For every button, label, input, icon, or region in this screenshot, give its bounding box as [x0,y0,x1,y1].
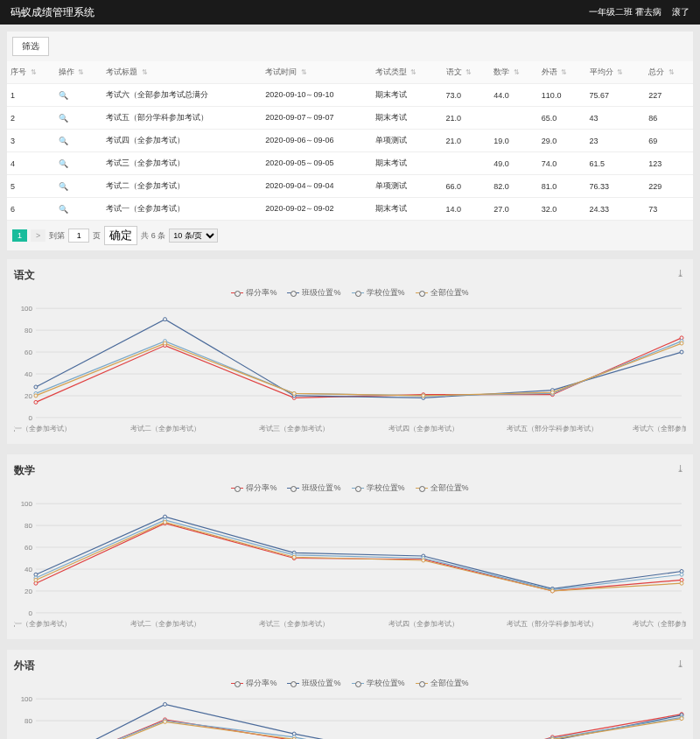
svg-text:考试六（全部参加考试总满分不: 考试六（全部参加考试总满分不 [633,620,686,628]
legend-item[interactable]: 班级位置% [287,482,340,494]
cell-idx: 1 [7,84,55,107]
cell-time: 2020-09-02～09-02 [262,198,371,221]
chart-svg: 020406080100考试一（全参加考试）考试二（全参加考试）考试三（全参加考… [14,694,686,739]
data-point[interactable] [422,559,425,562]
total-label: 共 6 条 [141,230,165,242]
legend-item[interactable]: 全部位置% [416,287,469,299]
data-point[interactable] [680,581,683,585]
data-point[interactable] [680,350,683,354]
magnify-icon[interactable]: 🔍 [59,205,68,214]
col-header[interactable]: 考试时间 ⇅ [262,61,371,84]
svg-text:20: 20 [24,392,32,400]
sort-icon: ⇅ [78,68,84,76]
data-point[interactable] [34,400,38,404]
legend-item[interactable]: 学校位置% [352,287,405,299]
data-point[interactable] [34,578,38,581]
legend-item[interactable]: 全部位置% [416,482,469,494]
table-row: 5🔍考试二（全参加考试）2020-09-04～09-04单项测试66.082.0… [7,175,693,198]
class-user-link[interactable]: 一年级二班 霍去病 [589,6,662,18]
sort-icon: ⇅ [514,68,520,76]
page-current[interactable]: 1 [12,229,27,242]
col-header[interactable]: 序号 ⇅ [7,61,55,84]
cell-idx: 3 [7,130,55,152]
col-header[interactable]: 考试类型 ⇅ [372,61,443,84]
data-point[interactable] [164,720,167,723]
legend-item[interactable]: 得分率% [231,287,276,299]
magnify-icon[interactable]: 🔍 [59,182,68,191]
col-header[interactable]: 考试标题 ⇅ [102,61,262,84]
data-point[interactable] [550,391,554,394]
download-icon[interactable]: ⤓ [676,463,684,475]
legend-item[interactable]: 全部位置% [416,678,469,689]
col-header[interactable]: 操作 ⇅ [55,61,103,84]
svg-text:考试五（部分学科参加考试）: 考试五（部分学科参加考试） [507,620,598,628]
cell-time: 2020-09-06～09-06 [262,130,371,152]
svg-text:考试四（全参加考试）: 考试四（全参加考试） [388,620,458,628]
col-header[interactable]: 总分 ⇅ [645,61,693,84]
data-point[interactable] [292,555,296,559]
legend-item[interactable]: 学校位置% [352,482,405,494]
legend-item[interactable]: 班级位置% [287,678,340,689]
page-go-button[interactable]: 确定 [104,226,137,245]
col-header[interactable]: 外语 ⇅ [538,61,586,84]
data-point[interactable] [680,717,683,721]
cell-total: 123 [645,152,693,175]
data-point[interactable] [164,341,167,345]
magnify-icon[interactable]: 🔍 [59,159,68,168]
series-line [36,320,682,398]
cell-total: 86 [645,107,693,130]
per-page-select[interactable]: 10 条/页 [169,229,218,243]
sort-icon: ⇅ [668,68,675,76]
data-point[interactable] [680,573,683,576]
chart-legend: 得分率%班级位置%学校位置%全部位置% [14,482,686,494]
legend-item[interactable]: 得分率% [231,678,276,689]
legend-item[interactable]: 得分率% [231,482,276,494]
cell-idx: 4 [7,152,55,175]
svg-text:20: 20 [24,588,32,595]
col-header[interactable]: 数学 ⇅ [490,61,538,84]
filter-button[interactable]: 筛选 [12,37,49,56]
svg-text:考试三（全参加考试）: 考试三（全参加考试） [259,425,329,433]
legend-item[interactable]: 学校位置% [352,678,405,689]
cell-time: 2020-09-07～09-07 [262,107,371,130]
cell-yw: 21.0 [443,107,491,130]
legend-item[interactable]: 班级位置% [287,287,340,299]
data-point[interactable] [164,318,167,321]
data-point[interactable] [164,520,167,524]
cell-wy: 110.0 [538,84,586,107]
cell-idx: 6 [7,198,55,221]
magnify-icon[interactable]: 🔍 [59,114,68,123]
cell-wy: 81.0 [538,175,586,198]
cell-yw [443,152,491,175]
download-icon[interactable]: ⤓ [676,268,684,279]
data-point[interactable] [164,702,167,706]
data-point[interactable] [422,394,425,398]
svg-text:考试五（部分学科参加考试）: 考试五（部分学科参加考试） [507,425,598,433]
data-point[interactable] [34,394,38,398]
col-header[interactable]: 平均分 ⇅ [586,61,646,84]
svg-text:100: 100 [21,500,33,508]
data-point[interactable] [680,341,683,345]
cell-title: 考试五（部分学科参加考试） [102,107,262,130]
cell-sx [490,107,538,130]
legend-symbol [287,488,299,489]
data-point[interactable] [550,589,554,593]
page-input[interactable] [68,229,89,243]
table-row: 1🔍考试六（全部参加考试总满分2020-09-10～09-10期末考试73.04… [7,84,693,107]
header-right: 一年级二班 霍去病 滚了 [589,6,690,18]
series-line [36,719,682,739]
cell-sx: 49.0 [490,152,538,175]
cell-wy: 32.0 [538,198,586,221]
logout-link[interactable]: 滚了 [672,6,690,18]
legend-symbol [231,292,243,293]
data-point[interactable] [34,385,38,389]
cell-title: 考试四（全参加考试） [102,130,262,152]
svg-text:考试二（全参加考试）: 考试二（全参加考试） [130,620,200,628]
table-row: 3🔍考试四（全参加考试）2020-09-06～09-06单项测试21.019.0… [7,130,693,152]
download-icon[interactable]: ⤓ [676,658,684,670]
col-header[interactable]: 语文 ⇅ [443,61,491,84]
magnify-icon[interactable]: 🔍 [59,91,68,100]
magnify-icon[interactable]: 🔍 [59,137,68,145]
data-point[interactable] [292,391,296,395]
page-next[interactable]: > [31,229,46,242]
